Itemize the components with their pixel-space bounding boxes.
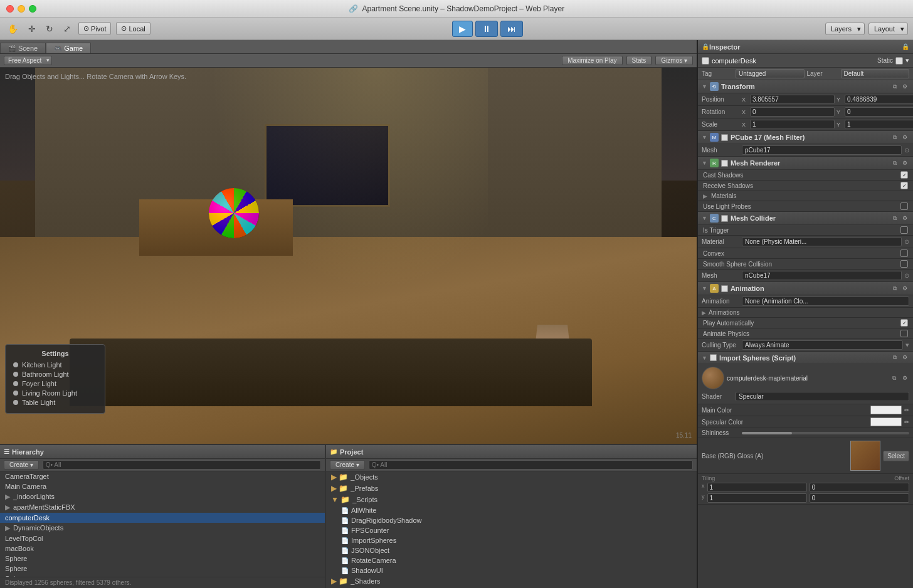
settings-item-table[interactable]: Table Light: [13, 399, 97, 406]
p-item-shadowui[interactable]: 📄 ShadowUI: [326, 565, 697, 575]
h-item-macbook[interactable]: macBook: [0, 543, 325, 554]
mesh-filter-pick-icon[interactable]: ⊙: [904, 147, 909, 154]
mesh-renderer-header[interactable]: ▼ R Mesh Renderer ⧉ ⚙: [698, 157, 913, 170]
project-search[interactable]: [369, 460, 693, 470]
h-item-computerdesk[interactable]: computerDesk: [0, 513, 325, 523]
animation-active[interactable]: [721, 285, 728, 292]
scene-viewport[interactable]: Drag Objects and Lights... Rotate Camera…: [0, 68, 697, 444]
gizmos-btn[interactable]: Gizmos ▾: [655, 56, 693, 65]
p-item-importspheres[interactable]: 📄 ImportSpheres: [326, 535, 697, 545]
hand-tool[interactable]: ✋: [5, 21, 21, 36]
collider-material-value[interactable]: None (Physic Materi...: [742, 237, 902, 246]
animation-gear-btn[interactable]: ⚙: [900, 285, 909, 293]
object-active-checkbox[interactable]: ✓: [702, 57, 709, 65]
layers-dropdown[interactable]: Layers: [825, 23, 865, 35]
p-item-fpscounter[interactable]: 📄 FPSCounter: [326, 525, 697, 535]
rot-x-input[interactable]: [750, 107, 835, 117]
mesh-filter-header[interactable]: ▼ M PCube 17 (Mesh Filter) ⧉ ⚙: [698, 131, 913, 144]
receive-shadows-checkbox[interactable]: ✓: [900, 182, 908, 189]
settings-item-kitchen[interactable]: Kitchen Light: [13, 361, 97, 369]
minimize-button[interactable]: [18, 5, 25, 13]
transform-gear-btn[interactable]: ⚙: [900, 83, 909, 91]
collider-mesh-pick-icon[interactable]: ⊙: [904, 272, 909, 279]
mesh-filter-mesh-value[interactable]: pCube17: [742, 145, 902, 155]
move-tool[interactable]: ✛: [26, 21, 38, 36]
mesh-collider-active[interactable]: [721, 215, 728, 222]
play-button[interactable]: ▶: [452, 21, 473, 37]
cast-shadows-checkbox[interactable]: ✓: [900, 171, 908, 179]
p-item-rotatecamera[interactable]: 📄 RotateCamera: [326, 555, 697, 565]
pos-y-input[interactable]: [845, 95, 913, 104]
mesh-filter-active[interactable]: [721, 134, 728, 141]
mesh-collider-gear-btn[interactable]: ⚙: [900, 214, 909, 223]
h-item-maincamera[interactable]: Main Camera: [0, 481, 325, 491]
play-auto-checkbox[interactable]: ✓: [900, 319, 908, 327]
import-spheres-header[interactable]: ▼ Import Spheres (Script) ⧉ ⚙: [698, 352, 913, 364]
traffic-lights[interactable]: [6, 5, 36, 13]
collider-mesh-value[interactable]: nCube17: [742, 271, 902, 280]
layout-dropdown[interactable]: Layout: [868, 23, 908, 35]
h-item-sphere2[interactable]: Sphere: [0, 564, 325, 574]
h-item-leveltopcol[interactable]: LevelTopCol: [0, 533, 325, 543]
p-item-shaders[interactable]: ▶ 📁 _Shaders: [326, 575, 697, 587]
hierarchy-search[interactable]: [43, 460, 321, 470]
base-texture-select-btn[interactable]: Select: [883, 451, 909, 461]
aspect-dropdown[interactable]: Free Aspect: [4, 56, 52, 65]
tab-scene[interactable]: 🎬 Scene: [0, 43, 46, 53]
is-trigger-checkbox[interactable]: [900, 226, 908, 234]
step-button[interactable]: ⏭: [500, 21, 523, 37]
h-item-sphere1[interactable]: Sphere: [0, 554, 325, 564]
use-light-probes-checkbox[interactable]: [900, 202, 908, 210]
h-item-indoorlights[interactable]: ▶ _indoorLights: [0, 491, 325, 502]
import-spheres-active[interactable]: [710, 354, 717, 361]
p-item-dragrigidbody[interactable]: 📄 DragRigidbodyShadow: [326, 515, 697, 525]
mesh-filter-copy-btn[interactable]: ⧉: [891, 134, 899, 142]
culling-type-dropdown[interactable]: Always Animate: [742, 340, 903, 350]
animation-copy-btn[interactable]: ⧉: [891, 285, 899, 293]
material-gear-btn[interactable]: ⚙: [900, 374, 909, 382]
settings-item-bathroom[interactable]: Bathroom Light: [13, 370, 97, 378]
h-item-dynamicobjects[interactable]: ▶ DynamicObjects: [0, 523, 325, 533]
scale-y-input[interactable]: [845, 120, 913, 129]
p-item-objects[interactable]: ▶ 📁 _Objects: [326, 471, 697, 483]
p-item-scripts[interactable]: ▼ 📁 _Scripts: [326, 494, 697, 505]
mesh-filter-gear-btn[interactable]: ⚙: [900, 134, 909, 142]
rot-y-input[interactable]: [845, 107, 913, 117]
animation-clip-value[interactable]: None (Animation Clo...: [742, 297, 909, 306]
mesh-renderer-copy-btn[interactable]: ⧉: [891, 159, 899, 167]
main-color-swatch[interactable]: [870, 406, 902, 414]
hierarchy-create-btn[interactable]: Create ▾: [4, 460, 39, 470]
transform-header[interactable]: ▼ ⟲ Transform ⧉ ⚙: [698, 80, 913, 93]
shininess-slider[interactable]: [742, 432, 909, 434]
pos-x-input[interactable]: [750, 95, 835, 104]
tiling-y-input[interactable]: [707, 493, 807, 503]
rotate-tool[interactable]: ↻: [43, 21, 56, 36]
scale-tool[interactable]: ⤢: [61, 21, 73, 36]
tab-game[interactable]: 🎮 Game: [46, 43, 91, 53]
p-item-allwhite[interactable]: 📄 AllWhite: [326, 505, 697, 515]
collider-material-pick-icon[interactable]: ⊙: [904, 238, 909, 245]
tag-dropdown[interactable]: Untagged: [736, 69, 805, 78]
settings-item-foyer[interactable]: Foyer Light: [13, 380, 97, 387]
offset-y-input[interactable]: [810, 493, 909, 503]
transform-copy-btn[interactable]: ⧉: [891, 83, 899, 91]
close-button[interactable]: [6, 5, 14, 13]
convex-checkbox[interactable]: [900, 249, 908, 257]
maximize-on-play-btn[interactable]: Maximize on Play: [562, 56, 622, 65]
local-button[interactable]: ⊙ Local: [116, 22, 150, 35]
pause-button[interactable]: ⏸: [475, 21, 498, 37]
h-item-apartmentstatic[interactable]: ▶ apartMentStaticFBX: [0, 502, 325, 513]
p-item-prefabs[interactable]: ▶ 📁 _Prefabs: [326, 483, 697, 494]
animate-physics-checkbox[interactable]: [900, 330, 908, 337]
main-color-pick-icon[interactable]: ✏: [904, 407, 909, 414]
culling-type-arrow-icon[interactable]: ▾: [905, 341, 909, 349]
specular-color-pick-icon[interactable]: ✏: [904, 419, 909, 426]
static-dropdown-arrow[interactable]: ▾: [905, 56, 909, 65]
h-item-cameratarget[interactable]: CameraTarget: [0, 471, 325, 481]
maximize-button[interactable]: [29, 5, 36, 13]
import-spheres-gear-btn[interactable]: ⚙: [900, 354, 909, 362]
shader-value[interactable]: Specular: [736, 392, 909, 401]
mesh-collider-copy-btn[interactable]: ⧉: [891, 214, 899, 223]
specular-color-swatch[interactable]: [870, 417, 902, 426]
mesh-collider-header[interactable]: ▼ C Mesh Collider ⧉ ⚙: [698, 212, 913, 225]
